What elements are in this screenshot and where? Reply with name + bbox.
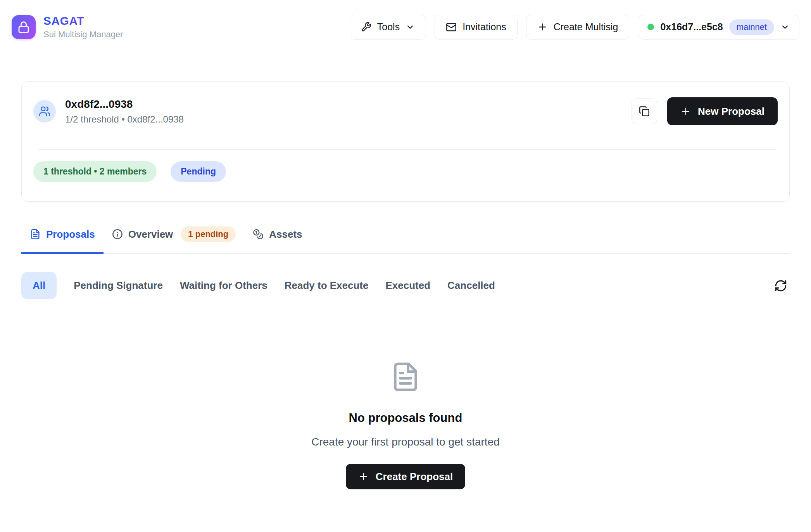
invitations-button[interactable]: Invitations — [435, 15, 518, 40]
create-proposal-button[interactable]: Create Proposal — [346, 464, 465, 489]
wrench-icon — [361, 22, 371, 32]
empty-state-title: No proposals found — [349, 411, 462, 425]
tab-proposals-label: Proposals — [46, 228, 95, 240]
file-text-icon — [30, 229, 41, 240]
create-multisig-label: Create Multisig — [554, 21, 618, 33]
proposal-filters: All Pending Signature Waiting for Others… — [21, 272, 790, 299]
main-content: 0xd8f2...0938 1/2 threshold • 0xd8f2...0… — [0, 81, 811, 489]
plus-icon — [537, 22, 548, 32]
filter-pending-signature[interactable]: Pending Signature — [74, 280, 163, 292]
new-proposal-label: New Proposal — [698, 105, 764, 117]
filter-ready-to-execute[interactable]: Ready to Execute — [285, 280, 369, 292]
pending-count-badge: 1 pending — [181, 226, 236, 242]
header-actions: Tools Invitations Create Multisig 0x16d7… — [350, 15, 799, 40]
empty-state-subtitle: Create your first proposal to get starte… — [311, 436, 500, 448]
app-logo[interactable] — [12, 15, 36, 39]
tab-proposals[interactable]: Proposals — [21, 224, 104, 254]
filter-cancelled[interactable]: Cancelled — [447, 280, 495, 292]
network-badge: mainnet — [729, 19, 774, 35]
multisig-meta: 1/2 threshold • 0xd8f2...0938 — [65, 114, 184, 125]
app-title: SAGAT — [43, 14, 123, 28]
info-icon — [112, 229, 123, 240]
status-badge: Pending — [171, 161, 226, 182]
brand[interactable]: SAGAT Sui Multisig Manager — [12, 14, 123, 40]
copy-address-button[interactable] — [632, 98, 657, 124]
multisig-card-header: 0xd8f2...0938 1/2 threshold • 0xd8f2...0… — [22, 82, 789, 149]
multisig-card-actions: New Proposal — [632, 97, 778, 125]
mail-icon — [446, 22, 457, 33]
tools-button[interactable]: Tools — [350, 15, 426, 40]
new-proposal-button[interactable]: New Proposal — [667, 97, 778, 125]
copy-icon — [639, 106, 650, 117]
wallet-address: 0x16d7...e5c8 — [660, 21, 723, 33]
tab-overview-label: Overview — [128, 228, 173, 240]
multisig-badges: 1 threshold • 2 members Pending — [22, 150, 789, 201]
tools-label: Tools — [377, 21, 400, 33]
multisig-card: 0xd8f2...0938 1/2 threshold • 0xd8f2...0… — [21, 81, 790, 202]
app-subtitle: Sui Multisig Manager — [43, 29, 123, 40]
coins-icon — [253, 229, 264, 240]
app-header: SAGAT Sui Multisig Manager Tools Invitat… — [0, 0, 811, 54]
tab-bar: Proposals Overview 1 pending Assets — [21, 224, 790, 254]
create-proposal-label: Create Proposal — [376, 471, 453, 483]
empty-state: No proposals found Create your first pro… — [21, 361, 790, 489]
members-badge: 1 threshold • 2 members — [33, 161, 157, 182]
refresh-icon — [774, 279, 787, 292]
avatar — [33, 100, 56, 123]
filter-waiting-for-others[interactable]: Waiting for Others — [180, 280, 267, 292]
connected-dot — [647, 24, 654, 30]
wallet-button[interactable]: 0x16d7...e5c8 mainnet — [638, 15, 799, 40]
plus-icon — [680, 106, 691, 117]
filter-executed[interactable]: Executed — [385, 280, 430, 292]
chevron-down-icon — [780, 22, 790, 32]
tab-overview[interactable]: Overview 1 pending — [104, 224, 245, 254]
filter-all[interactable]: All — [21, 272, 57, 299]
plus-icon — [358, 471, 369, 482]
lock-icon — [17, 21, 30, 33]
refresh-button[interactable] — [772, 277, 790, 295]
create-multisig-button[interactable]: Create Multisig — [526, 15, 630, 40]
invitations-label: Invitations — [462, 21, 506, 33]
multisig-name: 0xd8f2...0938 — [65, 98, 184, 111]
file-text-icon — [390, 361, 421, 392]
tab-assets-label: Assets — [269, 228, 302, 240]
users-icon — [39, 105, 50, 117]
tab-assets[interactable]: Assets — [244, 224, 311, 254]
chevron-down-icon — [406, 22, 415, 32]
